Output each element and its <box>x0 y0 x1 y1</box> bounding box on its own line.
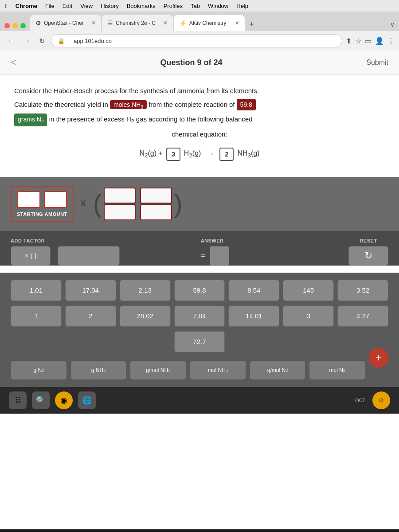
menu-chrome[interactable]: Chrome <box>16 3 37 9</box>
address-input[interactable] <box>67 34 336 47</box>
back-arrow-icon[interactable]: < <box>11 57 16 68</box>
tab-openstax[interactable]: ⚙ OpenStax - Cher ✕ <box>30 15 101 31</box>
reset-button[interactable]: ↻ <box>348 246 388 266</box>
reset-label: RESET <box>360 238 377 243</box>
menu-edit[interactable]: Edit <box>63 3 72 9</box>
reset-group: RESET ↻ <box>348 238 388 266</box>
tab-aktiv[interactable]: ⚡ Aktiv Chemistry ✕ <box>174 15 245 31</box>
frac-cell-bot-1[interactable] <box>104 204 136 220</box>
tab-aktiv-label: Aktiv Chemistry <box>189 20 226 26</box>
dock-icons: ⠿ 🔍 ◉ 🌐 <box>9 391 96 409</box>
frac-cell-bot-2[interactable] <box>140 204 172 220</box>
maximize-window-btn[interactable] <box>20 23 26 28</box>
tab-expand-icon[interactable]: ∨ <box>390 21 395 28</box>
answer-row: = <box>201 246 268 266</box>
more-icon[interactable]: ⋮ <box>387 37 395 45</box>
close-window-btn[interactable] <box>4 23 10 28</box>
numpad-4-27[interactable]: 4.27 <box>337 305 388 327</box>
numpad-row2: 1 2 28.02 7.04 14.01 3 4.27 <box>11 305 388 327</box>
numpad-14-01[interactable]: 14.01 <box>228 305 279 327</box>
starting-amount-label: STARTING AMOUNT <box>17 211 67 217</box>
sa-cell-2[interactable] <box>44 191 67 208</box>
tab-openstax-close[interactable]: ✕ <box>91 20 96 26</box>
times-sign: X <box>81 199 86 208</box>
dock-bar: ⠿ 🔍 ◉ 🌐 ОСТ ○ <box>0 387 399 414</box>
bookmark-icon[interactable]: ☆ <box>355 37 361 45</box>
unit-gn2[interactable]: g N2 <box>11 360 67 380</box>
menu-view[interactable]: View <box>80 3 93 9</box>
numpad-3-52[interactable]: 3.52 <box>337 280 388 301</box>
minimize-window-btn[interactable] <box>12 23 18 28</box>
new-tab-button[interactable]: + <box>246 20 258 29</box>
tab-grid-icon[interactable]: ▭ <box>365 37 372 45</box>
menu-help[interactable]: Help <box>236 3 248 9</box>
coef1-box[interactable]: 3 <box>166 148 180 161</box>
coef2-box[interactable]: 2 <box>219 148 234 161</box>
h2-formula: H2(g) <box>184 149 201 159</box>
dock-icon-circle[interactable]: ◉ <box>55 391 73 409</box>
nh3-highlight: moles NH3 <box>110 100 147 109</box>
openstax-tab-icon: ⚙ <box>35 20 41 27</box>
numpad-17-04[interactable]: 17.04 <box>65 280 116 301</box>
numpad-7-04[interactable]: 7.04 <box>174 305 225 327</box>
sa-cells <box>17 191 67 208</box>
menu-tab[interactable]: Tab <box>191 3 200 9</box>
plus-button[interactable]: + <box>369 348 388 368</box>
numpad-8-54[interactable]: 8.54 <box>228 280 279 301</box>
numpad-2-13[interactable]: 2.13 <box>120 280 171 301</box>
fraction-top-row <box>104 188 172 220</box>
frac-cell-top-2[interactable] <box>140 188 172 203</box>
reaction-arrow: → <box>206 149 214 159</box>
problem-line2: Calculate the theoretical yield in moles… <box>14 99 385 111</box>
add-factor-button[interactable]: × ( ) <box>11 246 51 266</box>
profile-icon[interactable]: 👤 <box>375 37 384 45</box>
value-59-8: 59.8 <box>237 99 256 110</box>
menu-bar:  Chrome File Edit View History Bookmark… <box>0 0 399 12</box>
numpad-3[interactable]: 3 <box>283 305 334 327</box>
tab-chemistry[interactable]: ☰ Chemistry 2e - C ✕ <box>102 15 173 31</box>
unit-molnh3[interactable]: mol NH3 <box>190 360 246 380</box>
menu-history[interactable]: History <box>101 3 118 9</box>
numpad-1-01[interactable]: 1.01 <box>11 280 62 301</box>
menu-file[interactable]: File <box>45 3 55 9</box>
numpad-145[interactable]: 145 <box>283 280 334 301</box>
apple-menu[interactable]:  <box>5 3 8 9</box>
menu-window[interactable]: Window <box>208 3 228 9</box>
paren-left: ( <box>93 191 102 217</box>
answer-label: ANSWER <box>201 238 268 243</box>
dock-icon-search[interactable]: 🔍 <box>32 391 50 409</box>
nh3-formula: NH3(g) <box>237 149 259 159</box>
numpad-28-02[interactable]: 28.02 <box>120 305 171 327</box>
problem-line1: Consider the Haber-Bosch process for the… <box>14 86 385 96</box>
numpad-1[interactable]: 1 <box>11 305 62 327</box>
numpad-row3: 72.7 <box>11 331 388 352</box>
frac-cell-top-1[interactable] <box>104 188 136 203</box>
tab-aktiv-close[interactable]: ✕ <box>235 20 239 26</box>
submit-button[interactable]: Submit <box>366 59 388 66</box>
numpad-72-7[interactable]: 72.7 <box>174 331 225 352</box>
reload-button[interactable]: ↻ <box>36 36 47 46</box>
sa-cell-1[interactable] <box>17 191 40 208</box>
tab-chemistry-close[interactable]: ✕ <box>163 20 168 26</box>
menu-bookmarks[interactable]: Bookmarks <box>127 3 156 9</box>
dock-icon-globe[interactable]: 🌐 <box>78 391 96 409</box>
dock-orange-button[interactable]: ○ <box>372 391 390 409</box>
n2-formula: N2(g) + <box>140 149 163 159</box>
unit-moln2[interactable]: mol N2 <box>309 360 365 380</box>
lock-icon: 🔒 <box>58 38 65 44</box>
answer-box[interactable] <box>210 246 229 266</box>
unit-gmolnh3[interactable]: g/mol NH3 <box>130 360 186 380</box>
numpad-59-8[interactable]: 59.8 <box>174 280 225 301</box>
units-and-plus-row: g N2 g NH3 g/mol NH3 mol NH3 g/mol N2 mo… <box>11 358 388 380</box>
share-icon[interactable]: ⬆ <box>346 37 352 45</box>
month-label: ОСТ <box>355 398 365 403</box>
back-button[interactable]: ← <box>4 36 17 46</box>
factor-input-spacer <box>58 238 120 243</box>
numpad-2[interactable]: 2 <box>65 305 116 327</box>
dock-icon-grid[interactable]: ⠿ <box>9 391 27 409</box>
unit-gnh3[interactable]: g NH3 <box>70 360 127 380</box>
menu-profiles[interactable]: Profiles <box>164 3 183 9</box>
unit-gmoln2[interactable]: g/mol N2 <box>250 360 306 380</box>
forward-button[interactable]: → <box>20 36 33 46</box>
factor-input-box[interactable] <box>58 246 120 266</box>
